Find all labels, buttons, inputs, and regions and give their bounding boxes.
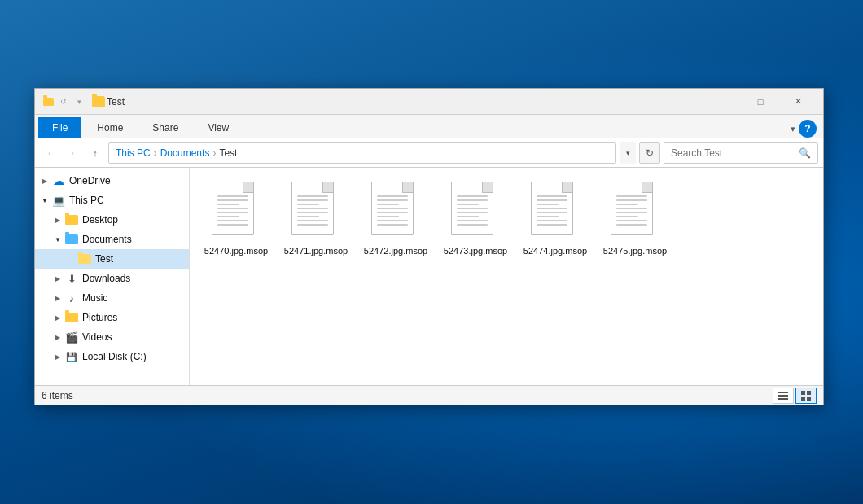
sidebar-item-videos[interactable]: ▶ 🎬 Videos (35, 327, 189, 347)
view-grid-button[interactable] (795, 388, 817, 404)
doc-line-2 (457, 204, 479, 205)
doc-line-7 (217, 224, 248, 226)
sidebar-item-local-disk[interactable]: ▶ 💾 Local Disk (C:) (35, 347, 189, 366)
explorer-window: ↺ ▾ Test — □ ✕ File Home Share View ▾ ? (34, 88, 824, 405)
file-name-4: 52474.jpg.msop (523, 245, 587, 256)
svg-rect-2 (778, 398, 788, 400)
address-path[interactable]: This PC › Documents › Test (108, 142, 616, 164)
view-list-button[interactable] (773, 388, 794, 404)
search-icon[interactable]: 🔍 (799, 147, 811, 159)
doc-lines-2 (377, 195, 408, 226)
sidebar-label-this-pc: This PC (69, 195, 104, 206)
sidebar-label-documents: Documents (82, 234, 132, 245)
doc-line-1 (297, 199, 328, 201)
list-view-icon (778, 390, 789, 401)
sidebar-item-desktop[interactable]: ▶ Desktop (35, 210, 189, 230)
forward-button[interactable]: › (63, 143, 82, 163)
ribbon-expand-icon[interactable]: ▾ (791, 124, 795, 134)
doc-line-1 (217, 199, 248, 201)
sidebar-label-downloads: Downloads (82, 273, 130, 284)
doc-line-2 (616, 204, 638, 205)
svg-rect-6 (807, 397, 811, 401)
up-button[interactable]: ↑ (85, 143, 105, 163)
doc-line-2 (217, 204, 239, 205)
path-part-3: Test (219, 147, 237, 159)
sidebar-item-this-pc[interactable]: ▼ 💻 This PC (35, 191, 189, 210)
tree-toggle-music[interactable]: ▶ (51, 291, 64, 305)
file-item[interactable]: 52470.jpg.msop (199, 177, 273, 261)
doc-line-6 (217, 220, 248, 221)
doc-line-5 (616, 216, 638, 217)
title-bar-icons: ↺ ▾ (42, 95, 85, 108)
quick-access-icon-1 (42, 95, 55, 108)
file-item[interactable]: 52475.jpg.msop (598, 177, 672, 261)
close-button[interactable]: ✕ (779, 89, 817, 115)
doc-lines-1 (297, 195, 328, 226)
window-title: Test (107, 96, 704, 107)
sidebar-item-test[interactable]: Test (35, 249, 189, 269)
refresh-button[interactable]: ↻ (639, 142, 660, 164)
tab-file[interactable]: File (38, 117, 81, 138)
sidebar-item-music[interactable]: ▶ ♪ Music (35, 288, 189, 308)
minimize-button[interactable]: — (704, 89, 742, 115)
help-button[interactable]: ? (799, 120, 817, 138)
tree-toggle-desktop[interactable]: ▶ (51, 213, 64, 226)
ribbon: File Home Share View ▾ ? (35, 115, 823, 138)
doc-line-3 (457, 208, 488, 209)
file-icon-2 (371, 182, 420, 240)
file-name-0: 52470.jpg.msop (204, 245, 268, 256)
file-item[interactable]: 52473.jpg.msop (439, 177, 512, 261)
doc-lines-5 (616, 195, 647, 226)
doc-line-7 (457, 224, 488, 226)
doc-line-4 (616, 212, 647, 213)
tree-toggle-pictures[interactable]: ▶ (51, 311, 64, 324)
hdd-icon: 💾 (64, 349, 79, 364)
doc-line-6 (457, 220, 488, 221)
search-input[interactable] (671, 147, 795, 159)
sidebar-item-onedrive[interactable]: ▶ ☁ OneDrive (35, 171, 189, 191)
tree-toggle-videos[interactable]: ▶ (51, 331, 64, 344)
quick-access-icon-3: ▾ (72, 95, 85, 108)
tab-home[interactable]: Home (83, 117, 137, 138)
doc-lines-3 (457, 195, 488, 226)
doc-line-0 (217, 195, 248, 197)
maximize-button[interactable]: □ (742, 89, 779, 115)
doc-line-7 (616, 224, 647, 226)
file-name-3: 52473.jpg.msop (444, 245, 507, 256)
file-icon-0 (212, 182, 261, 240)
doc-line-5 (297, 216, 319, 217)
doc-line-3 (537, 208, 567, 209)
doc-line-0 (616, 195, 647, 197)
path-sep-2: › (212, 147, 216, 159)
address-bar: ‹ › ↑ This PC › Documents › Test ▾ ↻ 🔍 (35, 138, 823, 168)
file-item[interactable]: 52474.jpg.msop (519, 177, 592, 261)
doc-line-0 (537, 195, 567, 197)
svg-rect-5 (801, 397, 805, 401)
tree-toggle-downloads[interactable]: ▶ (51, 272, 64, 285)
file-item[interactable]: 52472.jpg.msop (359, 177, 432, 261)
title-bar: ↺ ▾ Test — □ ✕ (35, 89, 823, 115)
tree-toggle-this-pc[interactable]: ▼ (38, 194, 51, 207)
sidebar-item-downloads[interactable]: ▶ ⬇ Downloads (35, 269, 189, 288)
file-item[interactable]: 52471.jpg.msop (279, 177, 353, 261)
tab-share[interactable]: Share (138, 117, 192, 138)
path-dropdown-button[interactable]: ▾ (620, 142, 636, 164)
sidebar-item-pictures[interactable]: ▶ Pictures (35, 308, 189, 327)
tree-toggle-documents[interactable]: ▼ (51, 233, 64, 246)
file-area: 52470.jpg.msop 52471.jpg.msop 52472.jpg.… (190, 168, 823, 385)
status-bar: 6 items (35, 385, 823, 405)
view-buttons (773, 388, 817, 404)
status-item-count: 6 items (42, 390, 773, 401)
tree-toggle-onedrive[interactable]: ▶ (38, 174, 51, 187)
desktop-folder-icon (64, 213, 79, 227)
doc-line-3 (377, 208, 408, 209)
tab-view[interactable]: View (194, 117, 243, 138)
sidebar-label-desktop: Desktop (82, 214, 118, 226)
tree-toggle-local-disk[interactable]: ▶ (51, 350, 64, 363)
doc-line-4 (217, 212, 248, 213)
downloads-icon: ⬇ (64, 271, 79, 286)
doc-lines-0 (217, 195, 248, 226)
documents-folder-icon (64, 232, 79, 247)
back-button[interactable]: ‹ (40, 143, 59, 163)
sidebar-item-documents[interactable]: ▼ Documents (35, 230, 189, 249)
